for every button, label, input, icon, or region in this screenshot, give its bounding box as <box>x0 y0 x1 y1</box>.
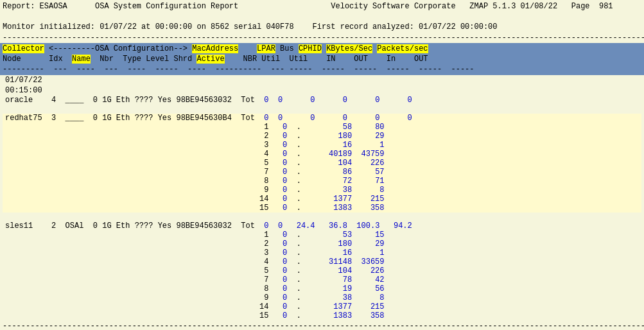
list-item: 8 0 . 72 71 <box>3 177 641 186</box>
list-item: 7 0 . 78 42 <box>3 275 641 284</box>
header-line2 <box>3 12 641 22</box>
list-item: 1 0 . 58 80 <box>3 123 641 132</box>
header-separator: ----------------------------------------… <box>3 33 641 43</box>
report-container: Report: ESAOSA OSA System Configuration … <box>0 0 644 330</box>
list-item: 8 0 . 19 56 <box>3 284 641 293</box>
list-item: 5 0 . 104 226 <box>3 266 641 275</box>
table-row: sles11 2 OSAl 0 1G Eth ???? Yes 98BE9456… <box>3 221 641 230</box>
table-row: oracle 4 ____ 0 1G Eth ???? Yes 98BE9456… <box>3 96 641 105</box>
header-line1: Report: ESAOSA OSA System Configuration … <box>3 1 641 12</box>
list-item: 3 0 . 16 1 <box>3 141 641 150</box>
list-item: 4 0 . 40189 43759 <box>3 150 641 159</box>
cphid-header: CPHID <box>299 44 322 53</box>
col-header-row2: Node Idx Name Nbr Type Level Shrd Active… <box>3 54 641 64</box>
active-header: Active <box>196 55 224 64</box>
macaddress-header: MacAddress <box>192 44 238 53</box>
time-row: 00:15:00 <box>3 85 641 96</box>
date-row: 01/07/22 <box>3 75 641 85</box>
bottom-separator: ----------------------------------------… <box>0 320 644 330</box>
list-item: 1 0 . 53 15 <box>3 230 641 239</box>
list-item: 14 0 . 1377 215 <box>3 302 641 311</box>
list-item: 15 0 . 1383 358 <box>3 311 641 320</box>
list-item: 2 0 . 180 29 <box>3 132 641 141</box>
spacer-row <box>3 213 641 221</box>
header-line3: Monitor initialized: 01/07/22 at 00:00:0… <box>3 22 641 32</box>
list-item: 2 0 . 180 29 <box>3 239 641 248</box>
list-item: 4 0 . 31148 33659 <box>3 257 641 266</box>
date-value: 01/07/22 <box>5 76 42 85</box>
column-headers: Collector <---------OSA Configuration-->… <box>0 43 644 76</box>
kbytes-header: KBytes/Sec <box>326 44 372 53</box>
list-item: 15 0 . 1383 358 <box>3 204 641 213</box>
col-dash-row: --------- --- ---- --- ---- ----- ---- -… <box>3 64 641 74</box>
time-value: 00:15:00 <box>5 86 42 95</box>
list-item: 9 0 . 38 8 <box>3 186 641 195</box>
list-item: 14 0 . 1377 215 <box>3 195 641 204</box>
report-header: Report: ESAOSA OSA System Configuration … <box>0 0 644 43</box>
lpar-header: LPAR <box>257 44 275 53</box>
name-header: Name <box>72 55 91 64</box>
content-area: 01/07/22 00:15:00 oracle 4 ____ 0 1G Eth… <box>0 75 644 320</box>
table-row: redhat75 3 ____ 0 1G Eth ???? Yes 98BE94… <box>3 114 641 123</box>
list-item: 5 0 . 104 226 <box>3 159 641 168</box>
list-item: 7 0 . 86 57 <box>3 168 641 177</box>
list-item: 3 0 . 16 1 <box>3 248 641 257</box>
collector-header: Collector <box>3 44 44 53</box>
list-item: 9 0 . 38 8 <box>3 293 641 302</box>
packets-header: Packets/sec <box>377 44 428 53</box>
spacer-row <box>3 105 641 114</box>
col-header-row1: Collector <---------OSA Configuration-->… <box>3 44 641 54</box>
